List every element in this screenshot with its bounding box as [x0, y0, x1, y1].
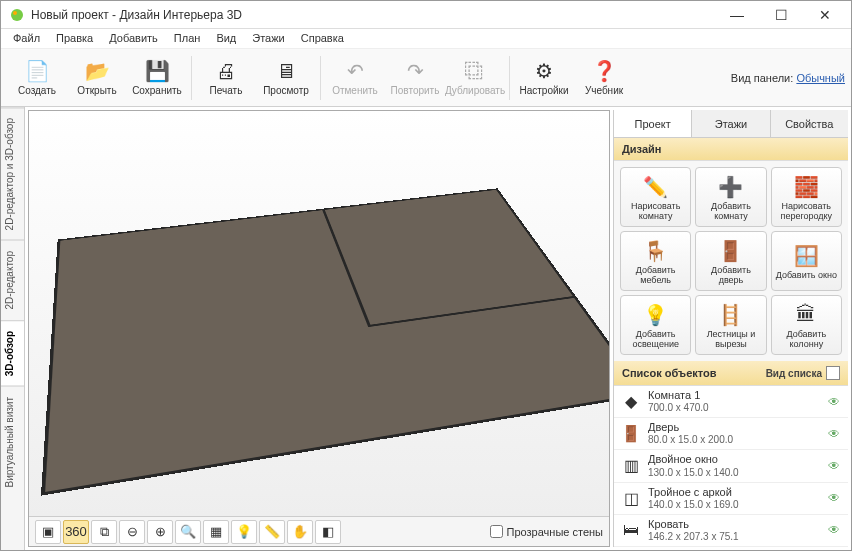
tool-учебник[interactable]: ❓Учебник	[574, 57, 634, 98]
vtab-2[interactable]: 3D-обзор	[1, 320, 24, 386]
svg-point-0	[11, 9, 23, 21]
action-icon: 🪟	[794, 244, 818, 268]
ptab-проект[interactable]: Проект	[614, 110, 692, 137]
vertical-tabs: 2D-редактор и 3D-обзор2D-редактор3D-обзо…	[1, 107, 25, 550]
action-icon: 💡	[644, 303, 668, 327]
design-section-header: Дизайн	[614, 138, 848, 161]
right-panel: ПроектЭтажиСвойства Дизайн ✏️Нарисовать …	[613, 110, 848, 547]
menu-вид[interactable]: Вид	[210, 31, 242, 46]
создать-icon: 📄	[25, 59, 49, 83]
viewbar-copy[interactable]: ⧉	[91, 520, 117, 544]
viewbar-zoom-fit[interactable]: 🔍	[175, 520, 201, 544]
scene-3d[interactable]	[29, 111, 609, 516]
object-icon: 🚪	[620, 423, 642, 445]
viewbar-zoom-out[interactable]: ⊖	[119, 520, 145, 544]
panel-tabs: ПроектЭтажиСвойства	[614, 110, 848, 138]
просмотр-icon: 🖥	[274, 59, 298, 83]
action-нарисовать-перегородку[interactable]: 🧱Нарисовать перегородку	[771, 167, 842, 227]
vtab-0[interactable]: 2D-редактор и 3D-обзор	[1, 107, 24, 240]
visibility-toggle[interactable]: 👁	[828, 427, 842, 441]
ptab-свойства[interactable]: Свойства	[771, 110, 848, 137]
window-title: Новый проект - Дизайн Интерьера 3D	[31, 8, 715, 22]
menu-план[interactable]: План	[168, 31, 207, 46]
tool-просмотр[interactable]: 🖥Просмотр	[256, 57, 316, 98]
visibility-toggle[interactable]: 👁	[828, 459, 842, 473]
viewbar-grid[interactable]: ▦	[203, 520, 229, 544]
tool-печать[interactable]: 🖨Печать	[196, 57, 256, 98]
action-добавить-колонну[interactable]: 🏛Добавить колонну	[771, 295, 842, 355]
action-добавить-дверь[interactable]: 🚪Добавить дверь	[695, 231, 766, 291]
svg-point-1	[13, 11, 17, 15]
настройки-icon: ⚙	[532, 59, 556, 83]
tool-создать[interactable]: 📄Создать	[7, 57, 67, 98]
transparent-walls-checkbox[interactable]: Прозрачные стены	[490, 525, 603, 538]
visibility-toggle[interactable]: 👁	[828, 491, 842, 505]
object-icon: ◆	[620, 391, 642, 413]
menu-справка[interactable]: Справка	[295, 31, 350, 46]
action-icon: 🧱	[794, 175, 818, 199]
action-добавить-комнату[interactable]: ➕Добавить комнату	[695, 167, 766, 227]
action-лестницы-и-вырезы[interactable]: 🪜Лестницы и вырезы	[695, 295, 766, 355]
учебник-icon: ❓	[592, 59, 616, 83]
menu-добавить[interactable]: Добавить	[103, 31, 164, 46]
object-list: ◆Комната 1700.0 x 470.0👁🚪Дверь80.0 x 15.…	[614, 386, 848, 547]
viewbar-cube[interactable]: ▣	[35, 520, 61, 544]
object-item[interactable]: 🚪Дверь80.0 x 15.0 x 200.0👁	[614, 418, 848, 450]
object-item[interactable]: ▥Двойное окно130.0 x 15.0 x 140.0👁	[614, 450, 848, 482]
menubar: ФайлПравкаДобавитьПланВидЭтажиСправка	[1, 29, 851, 49]
toolbar: 📄Создать📂Открыть💾Сохранить🖨Печать🖥Просмо…	[1, 49, 851, 107]
дублировать-icon: ⿻	[463, 59, 487, 83]
vtab-1[interactable]: 2D-редактор	[1, 240, 24, 320]
menu-правка[interactable]: Правка	[50, 31, 99, 46]
visibility-toggle[interactable]: 👁	[828, 395, 842, 409]
tool-настройки[interactable]: ⚙Настройки	[514, 57, 574, 98]
viewbar-snap[interactable]: ◧	[315, 520, 341, 544]
сохранить-icon: 💾	[145, 59, 169, 83]
viewport-toolbar: ▣360⧉⊖⊕🔍▦💡📏✋◧ Прозрачные стены	[29, 516, 609, 546]
action-icon: 🏛	[794, 303, 818, 327]
design-actions-grid: ✏️Нарисовать комнату➕Добавить комнату🧱На…	[614, 161, 848, 361]
action-добавить-мебель[interactable]: 🪑Добавить мебель	[620, 231, 691, 291]
action-icon: ➕	[719, 175, 743, 199]
maximize-button[interactable]: ☐	[759, 2, 803, 28]
action-добавить-освещение[interactable]: 💡Добавить освещение	[620, 295, 691, 355]
viewbar-360[interactable]: 360	[63, 520, 89, 544]
action-icon: 🪑	[644, 239, 668, 263]
viewbar-hand[interactable]: ✋	[287, 520, 313, 544]
object-icon: 🛏	[620, 519, 642, 541]
повторить-icon: ↷	[403, 59, 427, 83]
tool-отменить: ↶Отменить	[325, 57, 385, 98]
action-нарисовать-комнату[interactable]: ✏️Нарисовать комнату	[620, 167, 691, 227]
tool-открыть[interactable]: 📂Открыть	[67, 57, 127, 98]
object-item[interactable]: 🛏Кровать146.2 x 207.3 x 75.1👁	[614, 515, 848, 547]
list-mode-toggle[interactable]: Вид списка	[766, 366, 840, 380]
viewbar-measure[interactable]: 📏	[259, 520, 285, 544]
view-panel-mode: Вид панели: Обычный	[731, 72, 845, 84]
vtab-3[interactable]: Виртуальный визит	[1, 386, 24, 498]
viewbar-zoom-in[interactable]: ⊕	[147, 520, 173, 544]
app-icon	[9, 7, 25, 23]
viewbar-light[interactable]: 💡	[231, 520, 257, 544]
minimize-button[interactable]: —	[715, 2, 759, 28]
close-button[interactable]: ✕	[803, 2, 847, 28]
menu-файл[interactable]: Файл	[7, 31, 46, 46]
object-item[interactable]: ◆Комната 1700.0 x 470.0👁	[614, 386, 848, 418]
tool-повторить: ↷Повторить	[385, 57, 445, 98]
object-list-header: Список объектов Вид списка	[614, 361, 848, 386]
action-icon: ✏️	[644, 175, 668, 199]
action-добавить-окно[interactable]: 🪟Добавить окно	[771, 231, 842, 291]
отменить-icon: ↶	[343, 59, 367, 83]
object-icon: ◫	[620, 487, 642, 509]
tool-сохранить[interactable]: 💾Сохранить	[127, 57, 187, 98]
ptab-этажи[interactable]: Этажи	[692, 110, 770, 137]
object-item[interactable]: ◫Тройное с аркой140.0 x 15.0 x 169.0👁	[614, 483, 848, 515]
object-icon: ▥	[620, 455, 642, 477]
открыть-icon: 📂	[85, 59, 109, 83]
visibility-toggle[interactable]: 👁	[828, 523, 842, 537]
menu-этажи[interactable]: Этажи	[246, 31, 290, 46]
action-icon: 🚪	[719, 239, 743, 263]
tool-дублировать: ⿻Дублировать	[445, 57, 505, 98]
viewport-3d[interactable]: ▣360⧉⊖⊕🔍▦💡📏✋◧ Прозрачные стены	[28, 110, 610, 547]
view-panel-link[interactable]: Обычный	[796, 72, 845, 84]
печать-icon: 🖨	[214, 59, 238, 83]
